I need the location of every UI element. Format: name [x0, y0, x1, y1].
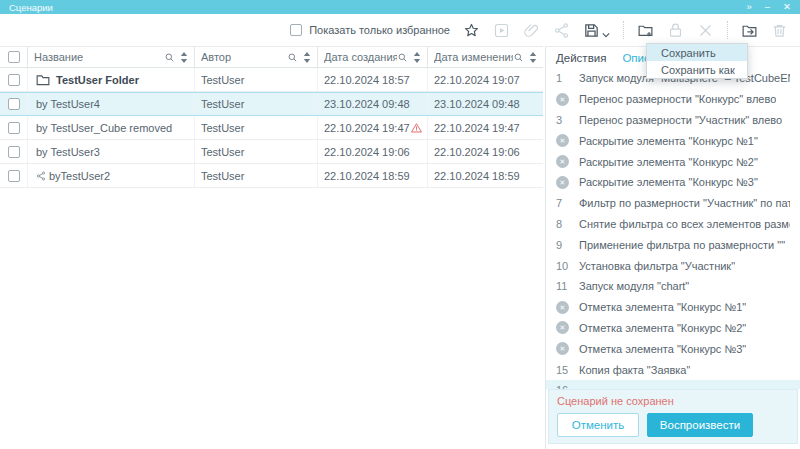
row-author: TestUser [195, 140, 318, 163]
table-row-selected[interactable]: by TestUser4 TestUser 23.10.2024 09:48 2… [0, 92, 543, 116]
select-all-cell [0, 47, 28, 67]
row-author: TestUser [195, 93, 318, 115]
search-icon[interactable] [287, 52, 298, 63]
unsaved-status: Сценарий не сохранен [557, 395, 789, 407]
toolbar-separator [623, 21, 624, 39]
delete-icon[interactable] [771, 22, 788, 39]
play-icon[interactable] [493, 22, 510, 39]
favorite-star-icon[interactable] [463, 22, 480, 39]
tab-actions[interactable]: Действия [556, 52, 606, 64]
search-icon[interactable] [513, 52, 524, 63]
close-button[interactable]: ✕ [783, 0, 791, 14]
search-icon[interactable] [164, 52, 175, 63]
row-checkbox[interactable] [8, 146, 20, 158]
column-header-author[interactable]: Автор [195, 47, 318, 67]
sort-icon[interactable] [529, 52, 537, 63]
row-created: 22.10.2024 18:57 [318, 68, 428, 91]
row-author: TestUser [195, 164, 318, 187]
favorites-only-checkbox[interactable] [290, 24, 302, 36]
scenarios-table: TestUser Folder TestUser 22.10.2024 18:5… [0, 68, 543, 188]
action-item[interactable]: Раскрытие элемента "Конкурс №2" [546, 151, 800, 172]
row-created: 23.10.2024 09:48 [318, 93, 428, 115]
window-title: Сценарии [9, 2, 53, 13]
share-icon[interactable] [553, 22, 570, 39]
remove-action-icon[interactable] [556, 342, 569, 355]
remove-action-icon[interactable] [556, 301, 569, 314]
table-row[interactable]: byTestUser2 TestUser 22.10.2024 18:59 22… [0, 164, 543, 188]
chevron-down-icon [602, 24, 610, 30]
minimize-button[interactable]: – [765, 0, 770, 14]
action-item[interactable]: 11Запуск модуля "chart" [546, 276, 800, 297]
remove-action-icon[interactable] [556, 155, 569, 168]
warning-icon [410, 122, 423, 134]
save-menu: Сохранить Сохранить как [646, 43, 748, 79]
folder-icon [36, 74, 50, 86]
row-author: TestUser [195, 68, 318, 91]
row-name: by TestUser_Cube removed [36, 122, 172, 134]
remove-action-icon[interactable] [556, 176, 569, 189]
row-name: by TestUser4 [36, 98, 100, 110]
row-author: TestUser [195, 116, 318, 139]
sort-icon[interactable] [303, 52, 311, 63]
remove-action-icon[interactable] [556, 93, 569, 106]
table-row[interactable]: by TestUser3 TestUser 22.10.2024 19:06 2… [0, 140, 543, 164]
action-item[interactable]: 7Фильтр по размерности "Участник" по пат… [546, 193, 800, 214]
action-item[interactable]: Раскрытие элемента "Конкурс №1" [546, 130, 800, 151]
search-icon[interactable] [397, 52, 408, 63]
column-header-name[interactable]: Название [28, 47, 195, 67]
save-button[interactable] [583, 22, 610, 39]
cancel-button[interactable]: Отменить [557, 413, 639, 437]
folder-open-icon[interactable] [741, 22, 758, 39]
row-modified: 22.10.2024 19:06 [428, 140, 543, 163]
row-name: TestUser Folder [56, 74, 139, 86]
action-item[interactable]: 10Установка фильтра "Участник" [546, 255, 800, 276]
action-item[interactable]: 15Копия факта "Заявка" [546, 359, 800, 380]
row-checkbox[interactable] [8, 122, 20, 134]
table-row-folder[interactable]: TestUser Folder TestUser 22.10.2024 18:5… [0, 68, 543, 92]
title-bar: Сценарии » – ✕ [0, 0, 800, 14]
action-item[interactable]: 9Применение фильтра по размерности "" [546, 234, 800, 255]
action-item[interactable]: Раскрытие элемента "Конкурс №3" [546, 172, 800, 193]
more-windows-button[interactable]: » [746, 0, 751, 14]
folder-add-icon[interactable] [637, 22, 654, 39]
row-checkbox[interactable] [8, 74, 20, 86]
row-checkbox[interactable] [8, 98, 20, 110]
replay-button[interactable]: Воспроизвести [647, 413, 753, 437]
action-item[interactable]: Перенос размерности "Конкурс" влево [546, 89, 800, 110]
row-checkbox[interactable] [8, 170, 20, 182]
remove-action-icon[interactable] [556, 321, 569, 334]
attach-icon[interactable] [523, 22, 540, 39]
toolbar: Показать только избранное [0, 14, 800, 46]
row-name: by TestUser3 [36, 146, 100, 158]
clear-icon[interactable] [697, 22, 714, 39]
remove-action-icon[interactable] [556, 134, 569, 147]
action-item[interactable]: Отметка элемента "Конкурс №1" [546, 297, 800, 318]
row-created: 22.10.2024 18:59 [318, 164, 428, 187]
lock-icon[interactable] [667, 22, 684, 39]
scenarios-window: Сценарии » – ✕ Показать только избранное [0, 0, 800, 449]
select-all-checkbox[interactable] [8, 51, 20, 63]
sort-icon[interactable] [413, 52, 421, 63]
action-item[interactable]: Отметка элемента "Конкурс №3" [546, 338, 800, 359]
table-row[interactable]: by TestUser_Cube removed TestUser 22.10.… [0, 116, 543, 140]
sort-icon[interactable] [180, 52, 188, 63]
menu-item-save-as[interactable]: Сохранить как [647, 61, 747, 78]
row-created: 22.10.2024 19:06 [318, 140, 428, 163]
scenario-detail-panel: Действия Описание 1Запуск модуля "Multis… [545, 46, 800, 449]
toolbar-separator [727, 21, 728, 39]
row-modified: 22.10.2024 18:59 [428, 164, 543, 187]
column-header-created[interactable]: Дата создания [318, 47, 428, 67]
row-created: 22.10.2024 19:47 [324, 122, 410, 134]
menu-item-save[interactable]: Сохранить [647, 44, 747, 61]
row-modified: 23.10.2024 09:48 [428, 93, 543, 115]
column-header-modified[interactable]: Дата изменения [428, 47, 543, 67]
action-item[interactable]: 3Перенос размерности "Участник" влево [546, 110, 800, 131]
action-item[interactable]: 16… [546, 380, 800, 389]
action-item[interactable]: Отметка элемента "Конкурс №2" [546, 318, 800, 339]
row-modified: 22.10.2024 19:47 [428, 116, 543, 139]
actions-list: 1Запуск модуля "Multisphere" – TestCubeE… [546, 68, 800, 389]
save-icon [583, 22, 600, 39]
scenario-footer: Сценарий не сохранен Отменить Воспроизве… [548, 389, 798, 444]
favorites-only-label: Показать только избранное [309, 24, 450, 36]
action-item[interactable]: 8Снятие фильтра со всех элементов размер… [546, 214, 800, 235]
